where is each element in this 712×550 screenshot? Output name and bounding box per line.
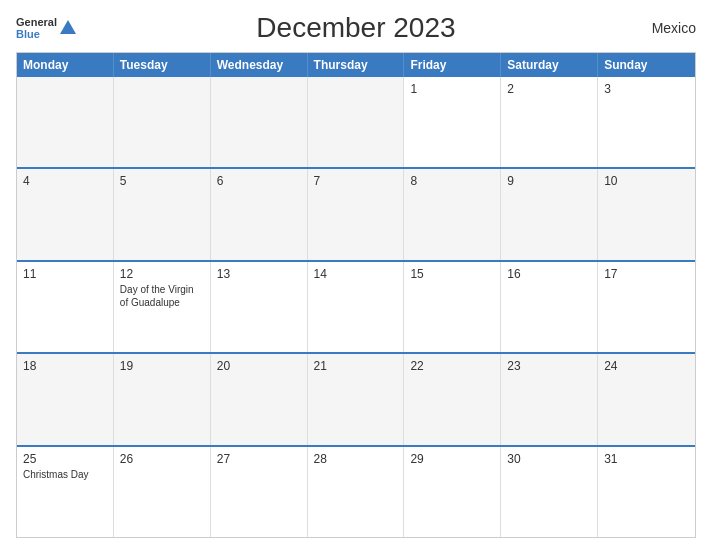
header-day-thursday: Thursday — [308, 53, 405, 77]
calendar-grid: MondayTuesdayWednesdayThursdayFridaySatu… — [16, 52, 696, 538]
logo-text: General Blue — [16, 16, 57, 40]
cal-cell-21: 21 — [308, 354, 405, 444]
cal-cell-13: 13 — [211, 262, 308, 352]
day-number: 7 — [314, 174, 398, 188]
day-number: 21 — [314, 359, 398, 373]
cal-cell-30: 30 — [501, 447, 598, 537]
cal-cell-27: 27 — [211, 447, 308, 537]
calendar-week-4: 18192021222324 — [17, 352, 695, 444]
cal-cell-12: 12Day of the Virgin of Guadalupe — [114, 262, 211, 352]
calendar-title: December 2023 — [76, 12, 636, 44]
cal-cell-3: 3 — [598, 77, 695, 167]
cal-cell-empty — [17, 77, 114, 167]
calendar-week-1: 123 — [17, 77, 695, 167]
cal-cell-1: 1 — [404, 77, 501, 167]
calendar-header: MondayTuesdayWednesdayThursdayFridaySatu… — [17, 53, 695, 77]
header-day-saturday: Saturday — [501, 53, 598, 77]
day-number: 14 — [314, 267, 398, 281]
cal-cell-7: 7 — [308, 169, 405, 259]
day-number: 3 — [604, 82, 689, 96]
logo-triangle-icon — [60, 20, 76, 34]
day-number: 23 — [507, 359, 591, 373]
calendar-page: General Blue December 2023 Mexico Monday… — [0, 0, 712, 550]
day-number: 18 — [23, 359, 107, 373]
day-number: 30 — [507, 452, 591, 466]
cal-cell-6: 6 — [211, 169, 308, 259]
day-number: 6 — [217, 174, 301, 188]
cal-cell-5: 5 — [114, 169, 211, 259]
cal-cell-16: 16 — [501, 262, 598, 352]
country-label: Mexico — [636, 20, 696, 36]
cal-cell-empty — [211, 77, 308, 167]
day-number: 16 — [507, 267, 591, 281]
cal-cell-31: 31 — [598, 447, 695, 537]
cal-cell-23: 23 — [501, 354, 598, 444]
cal-cell-10: 10 — [598, 169, 695, 259]
header-day-sunday: Sunday — [598, 53, 695, 77]
day-number: 17 — [604, 267, 689, 281]
cal-cell-22: 22 — [404, 354, 501, 444]
cal-cell-empty — [308, 77, 405, 167]
day-number: 28 — [314, 452, 398, 466]
calendar-week-3: 1112Day of the Virgin of Guadalupe131415… — [17, 260, 695, 352]
header-day-monday: Monday — [17, 53, 114, 77]
cal-cell-11: 11 — [17, 262, 114, 352]
logo: General Blue — [16, 16, 76, 40]
header-day-friday: Friday — [404, 53, 501, 77]
header-day-wednesday: Wednesday — [211, 53, 308, 77]
cal-cell-25: 25Christmas Day — [17, 447, 114, 537]
header: General Blue December 2023 Mexico — [16, 12, 696, 44]
logo-blue: Blue — [16, 28, 57, 40]
cal-cell-15: 15 — [404, 262, 501, 352]
day-number: 20 — [217, 359, 301, 373]
cal-cell-4: 4 — [17, 169, 114, 259]
day-number: 22 — [410, 359, 494, 373]
day-number: 9 — [507, 174, 591, 188]
day-number: 29 — [410, 452, 494, 466]
day-number: 11 — [23, 267, 107, 281]
event-label: Day of the Virgin of Guadalupe — [120, 283, 204, 309]
cal-cell-24: 24 — [598, 354, 695, 444]
day-number: 24 — [604, 359, 689, 373]
day-number: 5 — [120, 174, 204, 188]
day-number: 27 — [217, 452, 301, 466]
cal-cell-19: 19 — [114, 354, 211, 444]
cal-cell-empty — [114, 77, 211, 167]
day-number: 26 — [120, 452, 204, 466]
day-number: 25 — [23, 452, 107, 466]
cal-cell-18: 18 — [17, 354, 114, 444]
day-number: 31 — [604, 452, 689, 466]
cal-cell-17: 17 — [598, 262, 695, 352]
cal-cell-14: 14 — [308, 262, 405, 352]
day-number: 12 — [120, 267, 204, 281]
header-day-tuesday: Tuesday — [114, 53, 211, 77]
cal-cell-28: 28 — [308, 447, 405, 537]
cal-cell-2: 2 — [501, 77, 598, 167]
day-number: 8 — [410, 174, 494, 188]
cal-cell-20: 20 — [211, 354, 308, 444]
cal-cell-29: 29 — [404, 447, 501, 537]
day-number: 13 — [217, 267, 301, 281]
day-number: 4 — [23, 174, 107, 188]
cal-cell-9: 9 — [501, 169, 598, 259]
calendar-body: 123456789101112Day of the Virgin of Guad… — [17, 77, 695, 537]
cal-cell-26: 26 — [114, 447, 211, 537]
day-number: 19 — [120, 359, 204, 373]
day-number: 1 — [410, 82, 494, 96]
day-number: 2 — [507, 82, 591, 96]
day-number: 10 — [604, 174, 689, 188]
logo-general: General — [16, 16, 57, 28]
calendar-week-2: 45678910 — [17, 167, 695, 259]
cal-cell-8: 8 — [404, 169, 501, 259]
event-label: Christmas Day — [23, 468, 107, 481]
day-number: 15 — [410, 267, 494, 281]
calendar-week-5: 25Christmas Day262728293031 — [17, 445, 695, 537]
